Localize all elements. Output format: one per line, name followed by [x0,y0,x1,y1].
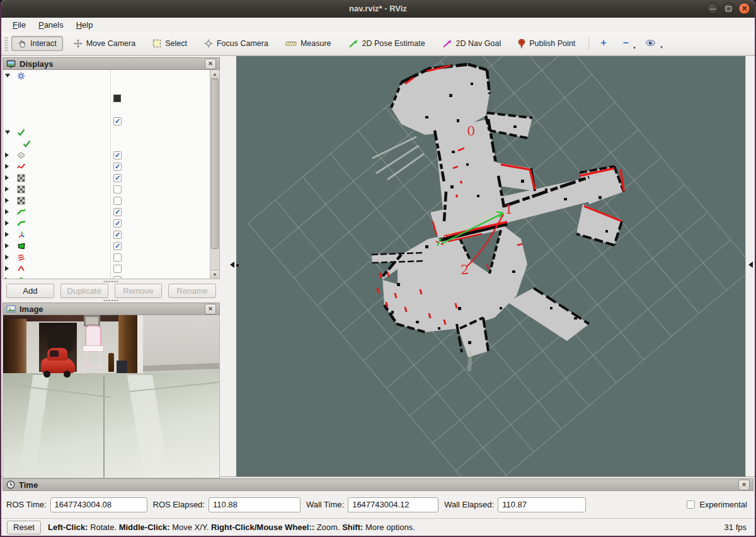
tree-row-path[interactable]: ✓ [3,217,219,229]
remove-button[interactable]: Remove [115,284,163,298]
tool-select[interactable]: Select [146,36,193,51]
scrollbar-thumb[interactable] [211,79,219,249]
display-enabled-checkbox[interactable]: ✓ [113,242,122,250]
scroll-down-icon[interactable]: ▼ [210,270,219,279]
display-enabled-checkbox[interactable]: ✓ [113,219,122,228]
add-button[interactable]: Add [6,284,54,298]
wall-elapsed-input[interactable] [498,497,586,512]
expander-closed-icon[interactable] [5,164,9,169]
titlebar[interactable]: nav.rviz* - RViz — ✕ [1,0,755,18]
camera-eye-button[interactable]: ▾ [640,38,661,49]
display-enabled-checkbox[interactable]: ✓ [113,174,122,182]
display-enabled-checkbox[interactable] [113,276,122,280]
tree-row-global-status-ok[interactable] [3,127,219,138]
expander-open-icon[interactable] [5,130,10,134]
tool-interact[interactable]: Interact [11,36,63,51]
menu-item-help[interactable]: Help [70,19,100,31]
displays-panel-header[interactable]: Displays ✕ [3,57,220,70]
wall-elapsed-field: Wall Elapsed: [444,497,586,512]
displays-tree[interactable]: ✓✓✓✓✓✓✓✓ ▲ ▼ [3,70,220,279]
display-enabled-checkbox[interactable] [113,197,122,205]
tree-row-map[interactable]: ✓ [3,172,219,183]
expander-closed-icon[interactable] [5,232,9,237]
duplicate-button[interactable]: Duplicate [60,284,108,298]
color-swatch[interactable] [113,95,121,102]
render-viewport[interactable]: 0 1 2 [236,56,745,476]
panel-collapse-handle[interactable] [748,262,753,268]
tool-move-camera[interactable]: Move Camera [67,36,142,51]
tree-row-grid[interactable]: ✓ [3,149,219,161]
display-enabled-checkbox[interactable] [113,253,122,262]
tool-2d-nav-goal[interactable]: 2D Nav Goal [436,36,508,51]
display-enabled-checkbox[interactable]: ✓ [113,208,122,216]
expander-closed-icon[interactable] [5,175,9,180]
zoom-out-button[interactable]: −▾ [617,38,633,49]
expander-closed-icon[interactable] [5,187,9,192]
image-panel-header[interactable]: Image ✕ [3,303,220,315]
splitter-handle[interactable]: •••••• [3,298,220,303]
panel-collapse-handle[interactable] [230,262,234,268]
time-panel-header[interactable]: Time ✕ [3,478,753,491]
ros-elapsed-input[interactable] [209,497,301,512]
expander-open-icon[interactable] [5,74,10,78]
display-enabled-checkbox[interactable]: ✓ [113,151,122,159]
tree-row-global-options[interactable] [3,70,219,81]
close-button[interactable]: ✕ [738,3,750,14]
menu-item-panels[interactable]: Panels [32,19,70,31]
expander-closed-icon[interactable] [5,266,9,271]
camera-high-chair-back [85,325,101,348]
panel-splitter-left[interactable] [220,56,236,476]
toolbar-grip[interactable] [4,36,8,51]
tree-row-default-light[interactable]: ✓ [3,115,219,127]
tree-row-polygon[interactable]: ✓ [3,240,219,251]
minimize-button[interactable]: — [707,3,719,14]
tree-row-map[interactable] [3,195,219,206]
expander-closed-icon[interactable] [5,277,9,279]
tree-row-partial[interactable] [3,274,219,279]
menu-item-file[interactable]: File [6,19,32,31]
tool-2d-pose-estimate[interactable]: 2D Pose Estimate [342,36,432,51]
tree-row-odometry[interactable] [3,263,219,274]
tree-row-fixed-frame[interactable] [3,138,219,149]
tree-row-frame-rate[interactable] [3,104,219,115]
time-close-icon[interactable]: ✕ [738,480,750,490]
tree-row-posearray[interactable] [3,251,219,263]
display-enabled-checkbox[interactable]: ✓ [113,231,122,239]
splitter-handle[interactable]: •••••• [3,279,220,284]
tree-row-background-color[interactable] [3,93,219,104]
tree-row-laserscan[interactable]: ✓ [3,161,219,172]
expander-closed-icon[interactable] [5,255,9,260]
panel-splitter-right[interactable] [745,56,755,476]
display-enabled-checkbox[interactable]: ✓ [113,163,122,171]
expander-closed-icon[interactable] [5,198,9,203]
dropdown-caret-icon[interactable]: ▾ [633,45,636,50]
rename-button[interactable]: Rename [168,284,216,298]
tree-row-tf[interactable]: ✓ [3,229,219,240]
expander-closed-icon[interactable] [5,209,9,214]
display-enabled-checkbox[interactable] [113,265,122,273]
tree-row-fixed-frame[interactable] [3,81,219,93]
experimental-checkbox[interactable] [687,500,695,509]
scroll-up-icon[interactable]: ▲ [210,70,219,79]
map-canvas[interactable]: 0 1 2 [236,56,745,476]
reset-button[interactable]: Reset [7,521,41,534]
ros-time-input[interactable] [50,497,147,512]
image-close-icon[interactable]: ✕ [205,304,216,315]
tool-measure[interactable]: Measure [279,36,338,51]
maximize-button[interactable] [723,3,735,14]
displays-close-icon[interactable]: ✕ [205,59,216,69]
wall-time-input[interactable] [348,497,438,512]
tool-focus-camera[interactable]: Focus Camera [198,36,275,51]
expander-closed-icon[interactable] [5,221,9,226]
tree-column-separator[interactable] [110,70,111,279]
zoom-in-button[interactable]: + [595,38,611,49]
tree-row-path[interactable]: ✓ [3,206,219,217]
display-enabled-checkbox[interactable]: ✓ [113,117,122,125]
tree-row-map[interactable] [3,183,219,195]
display-enabled-checkbox[interactable] [113,185,122,193]
dropdown-caret-icon[interactable]: ▾ [660,45,663,50]
expander-closed-icon[interactable] [5,153,9,158]
tree-scrollbar[interactable]: ▲ ▼ [210,70,219,279]
tool-publish-point[interactable]: Publish Point [512,36,581,52]
expander-closed-icon[interactable] [5,243,9,248]
